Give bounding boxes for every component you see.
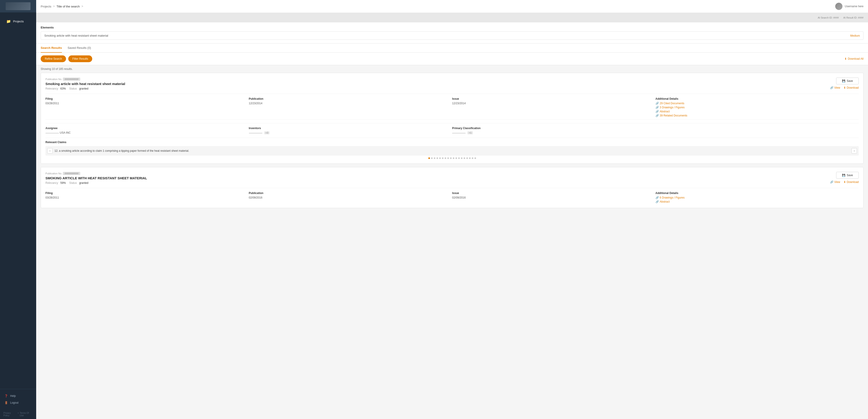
related-docs-link[interactable]: 🔗 39 Related Documents — [655, 114, 856, 117]
tab-search-results-label: Search Results — [41, 46, 62, 50]
publication-col-2: Publication 02/09/2016 — [249, 191, 452, 203]
search-info-bar: AI Search ID: #### AI Result ID: #### — [36, 13, 868, 22]
download-icon: ⬇ — [844, 86, 846, 89]
page-header: Projects > Title of the search > Usernam… — [36, 0, 868, 13]
chevron-left-icon: ‹ — [50, 149, 51, 152]
save-label: Save — [847, 79, 853, 83]
cited-docs-link[interactable]: 🔗 29 Cited Documents — [655, 102, 856, 105]
dot-6[interactable] — [445, 157, 446, 159]
tabs-bar: Search Results Saved Results (0) — [36, 43, 868, 53]
dot-0[interactable] — [428, 157, 430, 159]
user-name: Username here — [845, 5, 864, 8]
filter-results-button[interactable]: Filter Results — [68, 55, 92, 62]
primary-class-value: +1 — [452, 131, 652, 134]
pub-no-value-2: ########## — [63, 172, 80, 175]
additional-links: 🔗 29 Cited Documents 🔗 3 Drawings / Figu… — [655, 102, 856, 117]
status-value-2: granted — [79, 181, 88, 184]
filing-value: 03/28/2011 — [45, 102, 246, 105]
view-link[interactable]: 🔗 View — [830, 86, 840, 89]
drawings-link-2[interactable]: 🔗 6 Drawings / Figures — [655, 196, 856, 199]
result-meta: Relevancy 63% Status granted — [45, 87, 830, 90]
drawings-icon-2: 🔗 — [655, 196, 659, 199]
dot-13[interactable] — [464, 157, 465, 159]
terms-of-use-link[interactable]: Terms Of Use — [20, 412, 33, 417]
carousel-dots — [45, 157, 859, 159]
issue-col-2: Issue 02/09/2016 — [452, 191, 655, 203]
avatar-image — [835, 3, 842, 10]
dot-15[interactable] — [469, 157, 471, 159]
dot-1[interactable] — [431, 157, 433, 159]
abstract-label: Abstract — [660, 110, 670, 113]
logo-image — [6, 2, 31, 10]
save-label-2: Save — [847, 174, 853, 177]
sidebar-item-logout[interactable]: 🚪 Logout — [0, 399, 36, 406]
view-label: View — [834, 86, 840, 89]
view-link-2[interactable]: 🔗 View — [830, 180, 840, 184]
sidebar-logo — [0, 0, 36, 12]
filing-label-2: Filing — [45, 191, 246, 195]
dot-17[interactable] — [474, 157, 476, 159]
dot-4[interactable] — [439, 157, 441, 159]
assignee-col: Assignee USA INC — [45, 127, 249, 134]
carousel-next-button[interactable]: › — [851, 148, 857, 153]
relevant-claims-label: Relevant Claims — [45, 141, 859, 144]
chevron-right-icon: › — [854, 149, 855, 152]
pub-no-row-2: Publication No. ########## — [45, 172, 830, 175]
elements-badge: Medium — [850, 34, 860, 37]
primary-class-col: Primary Classification +1 — [452, 127, 655, 134]
dot-16[interactable] — [472, 157, 473, 159]
download-all-label: Download All — [848, 57, 864, 60]
abstract-link-2[interactable]: 🔗 Abstract — [655, 200, 856, 203]
details-grid: Filing 03/28/2011 Publication 12/23/2014… — [45, 94, 859, 117]
help-label: Help — [10, 394, 16, 397]
breadcrumb-projects[interactable]: Projects — [41, 5, 51, 8]
pub-no-label-2: Publication No. — [45, 172, 63, 175]
cited-docs-icon: 🔗 — [655, 102, 659, 105]
abstract-link[interactable]: 🔗 Abstract — [655, 110, 856, 113]
header-right: Username here — [835, 3, 864, 10]
dot-7[interactable] — [447, 157, 449, 159]
results-count: Showing 10 of 185 results. — [36, 65, 868, 73]
save-button[interactable]: 💾 Save — [836, 78, 859, 84]
inventors-value: +3 — [249, 131, 449, 134]
result-meta-2: Relevancy 59% Status granted — [45, 181, 830, 184]
privacy-policy-link[interactable]: Privacy Policy — [3, 412, 17, 417]
drawings-link[interactable]: 🔗 3 Drawings / Figures — [655, 106, 856, 109]
logout-icon: 🚪 — [4, 401, 8, 404]
dot-9[interactable] — [453, 157, 454, 159]
pub-no-value: ########## — [63, 78, 80, 81]
dot-14[interactable] — [466, 157, 468, 159]
dot-8[interactable] — [450, 157, 452, 159]
assignee-label: Assignee — [45, 127, 246, 130]
avatar — [835, 3, 842, 10]
dot-10[interactable] — [456, 157, 457, 159]
save-button-2[interactable]: 💾 Save — [836, 172, 859, 179]
dot-2[interactable] — [434, 157, 435, 159]
sidebar-nav: 📁 Projects — [0, 12, 36, 389]
dot-12[interactable] — [461, 157, 463, 159]
dot-3[interactable] — [436, 157, 438, 159]
carousel-prev-button[interactable]: ‹ — [47, 148, 53, 153]
sidebar-item-projects[interactable]: 📁 Projects — [2, 17, 34, 26]
status-value: granted — [79, 87, 88, 90]
abstract-icon-2: 🔗 — [655, 200, 659, 203]
abstract-icon: 🔗 — [655, 110, 659, 113]
breadcrumb-sep2: > — [82, 5, 83, 8]
dot-11[interactable] — [458, 157, 460, 159]
download-all-button[interactable]: ⬇ Download All — [844, 57, 864, 60]
sidebar-item-help[interactable]: ❓ Help — [0, 393, 36, 399]
download-link[interactable]: ⬇ Download — [844, 86, 859, 89]
details-grid-2: Assignee USA INC Inventors +3 Primary Cl… — [45, 123, 859, 134]
footer-separator: • — [18, 412, 19, 417]
primary-class-blurred — [452, 133, 466, 133]
view-icon-2: 🔗 — [830, 180, 833, 184]
result-title: Smoking article with heat resistant shee… — [45, 82, 830, 86]
refine-search-button[interactable]: Refine Search — [41, 55, 66, 62]
tab-search-results[interactable]: Search Results — [41, 43, 62, 53]
tab-saved-results[interactable]: Saved Results (0) — [68, 43, 91, 53]
download-link-2[interactable]: ⬇ Download — [844, 180, 859, 184]
inventors-label: Inventors — [249, 127, 449, 130]
result-card-header-2: Publication No. ########## SMOKING ARTIC… — [45, 172, 859, 184]
dot-5[interactable] — [442, 157, 443, 159]
ai-result-label: AI Result ID: — [843, 16, 857, 19]
